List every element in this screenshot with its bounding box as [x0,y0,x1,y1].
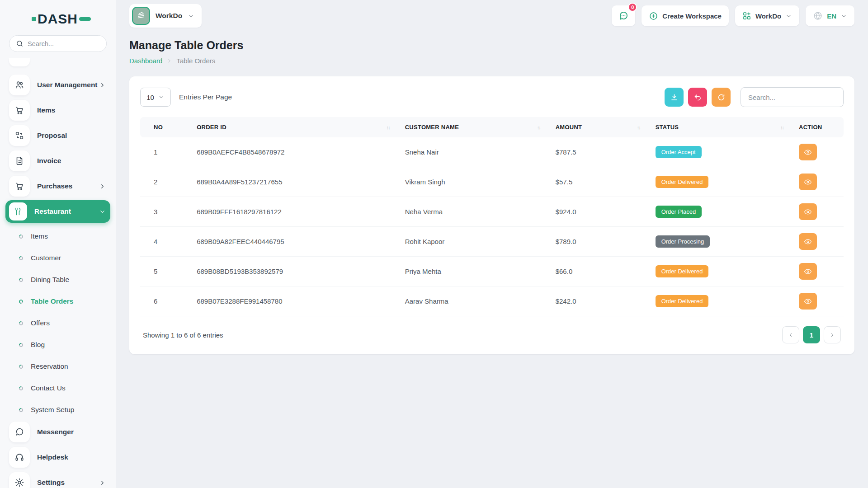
export-button[interactable] [665,88,684,107]
cell-no: 5 [140,257,192,286]
chevron-right-icon [829,332,835,338]
submenu-item-table-orders[interactable]: Table Orders [5,291,110,312]
view-order-button[interactable] [799,263,817,280]
col-status[interactable]: STATUS↑↓ [651,117,794,137]
submenu-label: Reservation [31,362,68,371]
sidebar-item-items[interactable]: Items [5,99,110,122]
cell-order-id: 689B0A4A89F51237217655 [192,167,401,197]
cell-order-id: 689B0AEFCF4B8548678972 [192,137,401,167]
sidebar-search[interactable] [9,35,107,52]
submenu-label: Items [31,232,48,240]
sidebar-item-user-management[interactable]: User Management [5,74,110,96]
sidebar-item-proposal[interactable]: Proposal [5,124,110,147]
cell-amount: $789.0 [551,227,651,257]
workdo-menu-button[interactable]: WorkDo [735,5,799,26]
headset-icon [9,447,30,468]
sidebar-item-restaurant[interactable]: Restaurant [5,200,110,223]
workdo-menu-label: WorkDo [755,12,781,20]
workspace-name: WorkDo [156,12,182,20]
submenu-label: Customer [31,254,61,262]
status-badge: Order Accept [656,146,702,158]
sidebar-search-input[interactable] [28,40,95,47]
refresh-icon [717,93,726,102]
cell-amount: $924.0 [551,197,651,227]
table-header: NO ORDER ID↑↓ CUSTOMER NAME↑↓ AMOUNT↑↓ S… [140,117,844,137]
bullet-icon [18,299,24,305]
cell-customer: Priya Mehta [401,257,551,286]
sidebar-item-helpdesk[interactable]: Helpdesk [5,446,110,469]
col-customer-name[interactable]: CUSTOMER NAME↑↓ [401,117,551,137]
bullet-icon [18,277,24,283]
submenu-item-contact-us[interactable]: Contact Us [5,377,110,399]
chat-icon [9,422,30,442]
grid-plus-icon [742,11,751,20]
view-order-button[interactable] [799,203,817,220]
view-order-button[interactable] [799,144,817,160]
chevron-right-icon [99,183,106,190]
breadcrumb-dashboard-link[interactable]: Dashboard [129,57,162,65]
top-header: WorkDo 0 Create Workspace WorkDo [129,0,854,32]
cell-amount: $66.0 [551,257,651,286]
cell-no: 6 [140,286,192,316]
search-icon [16,40,24,47]
workspace-selector[interactable]: WorkDo [129,4,202,28]
view-order-button[interactable] [799,293,817,310]
cell-no: 4 [140,227,192,257]
submenu-item-offers[interactable]: Offers [5,312,110,334]
sidebar-item-purchases[interactable]: Purchases [5,175,110,197]
table-search-input[interactable] [741,87,844,107]
bullet-icon [18,385,24,391]
col-order-id[interactable]: ORDER ID↑↓ [192,117,401,137]
submenu-item-customer[interactable]: Customer [5,247,110,269]
cell-order-id: 689B09A82FEEC440446795 [192,227,401,257]
sidebar-item-label: Helpdesk [37,453,106,461]
sidebar-item-label: Purchases [37,182,99,190]
cell-order-id: 689B08BD5193B353892579 [192,257,401,286]
sort-icon[interactable]: ↑↓ [637,125,640,130]
col-no[interactable]: NO [140,117,192,137]
gear-icon [9,472,30,488]
col-action[interactable]: ACTION [794,117,844,137]
bullet-icon [18,255,24,261]
submenu-item-system-setup[interactable]: System Setup [5,399,110,421]
sidebar-item-invoice[interactable]: Invoice [5,150,110,172]
users-icon [9,75,30,95]
orders-card: 10 Entries Per Page [129,76,854,354]
refresh-button[interactable] [712,88,731,107]
chevron-right-icon [166,58,172,64]
submenu-item-reservation[interactable]: Reservation [5,356,110,377]
view-order-button[interactable] [799,233,817,250]
table-row: 1 689B0AEFCF4B8548678972 Sneha Nair $787… [140,137,844,167]
sort-icon[interactable]: ↑↓ [780,125,783,130]
eye-icon [804,238,812,246]
messages-button[interactable]: 0 [612,5,635,26]
submenu-item-dining-table[interactable]: Dining Table [5,269,110,291]
cell-amount: $242.0 [551,286,651,316]
toolbar-actions [665,87,844,107]
table-row: 6 689B07E3288FE991458780 Aarav Sharma $2… [140,286,844,316]
language-selector[interactable]: EN [806,5,854,26]
submenu-label: Blog [31,341,45,349]
submenu-item-items[interactable]: Items [5,225,110,247]
app-logo[interactable]: DASH [5,8,110,28]
sidebar-item-settings[interactable]: Settings [5,471,110,488]
chevron-right-icon [99,82,106,89]
col-amount[interactable]: AMOUNT↑↓ [551,117,651,137]
chevron-down-icon [840,13,847,19]
sidebar-menu: User Management Items Proposal Invo [5,74,110,488]
pagination-next-button[interactable] [824,326,841,343]
sort-icon[interactable]: ↑↓ [387,125,390,130]
sidebar-item-label: Proposal [37,131,106,140]
pagination-page-1[interactable]: 1 [803,326,820,343]
submenu-item-blog[interactable]: Blog [5,334,110,356]
partial-scrolled-item [9,58,30,66]
pagination-prev-button[interactable] [782,326,799,343]
status-badge: Order Procesing [656,235,710,248]
back-button[interactable] [688,88,707,107]
sort-icon[interactable]: ↑↓ [537,125,540,130]
entries-per-page-select[interactable]: 10 [140,88,171,107]
view-order-button[interactable] [799,174,817,190]
sidebar-item-messenger[interactable]: Messenger [5,421,110,443]
create-workspace-button[interactable]: Create Workspace [642,5,729,26]
table-row: 4 689B09A82FEEC440446795 Rohit Kapoor $7… [140,227,844,257]
